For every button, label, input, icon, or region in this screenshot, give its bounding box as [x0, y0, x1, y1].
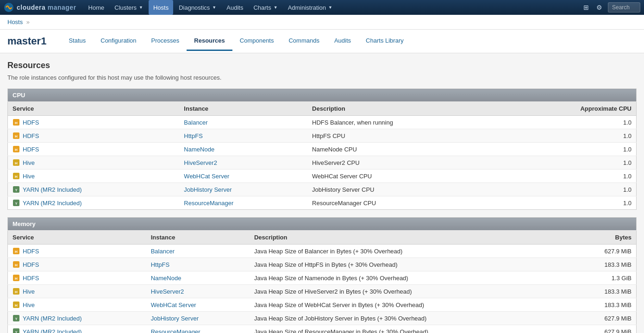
instance-cell: JobHistory Server [146, 312, 250, 325]
instance-link[interactable]: HiveServer2 [184, 159, 217, 166]
nav-administration[interactable]: Administration ▼ [283, 0, 337, 15]
settings-icon[interactable]: ⚙ [594, 2, 604, 13]
table-row: HHiveHiveServer2Java Heap Size of HiveSe… [8, 285, 637, 298]
service-link[interactable]: YARN (MR2 Included) [23, 200, 82, 207]
brand: cloudera manager [4, 2, 76, 13]
instance-link[interactable]: ResourceManager [151, 328, 200, 333]
memory-section-header: Memory [8, 218, 637, 231]
svg-text:H: H [15, 303, 18, 308]
service-link[interactable]: HDFS [23, 119, 39, 126]
service-link[interactable]: Hive [23, 302, 35, 308]
cpu-table: CPU Service Instance Description Approxi… [7, 88, 637, 210]
instance-cell: NameNode [146, 271, 250, 285]
nav-charts[interactable]: Charts ▼ [249, 0, 282, 15]
instance-cell: JobHistory Server [179, 183, 307, 196]
service-link[interactable]: HDFS [23, 132, 39, 139]
yarn-icon: Y [13, 314, 20, 322]
nav-diagnostics[interactable]: Diagnostics ▼ [174, 0, 221, 15]
hive-icon: H [13, 172, 20, 180]
tab-charts-library[interactable]: Charts Library [358, 31, 411, 51]
instance-link[interactable]: Balancer [184, 119, 207, 126]
value-cell: 183.3 MiB [572, 258, 636, 271]
service-link[interactable]: Hive [23, 173, 35, 180]
grid-icon[interactable]: ⊞ [581, 2, 591, 13]
instance-cell: HiveServer2 [146, 285, 250, 298]
service-link[interactable]: HDFS [23, 146, 39, 153]
service-cell: HHDFS [8, 271, 146, 285]
tab-audits[interactable]: Audits [327, 31, 358, 51]
table-row: HHDFSBalancerHDFS Balancer, when running… [8, 116, 637, 129]
table-row: YYARN (MR2 Included)JobHistory ServerJav… [8, 312, 637, 325]
svg-text:H: H [15, 161, 18, 165]
instance-link[interactable]: WebHCat Server [151, 302, 196, 308]
svg-text:Y: Y [15, 317, 18, 320]
nav-hosts[interactable]: Hosts [149, 0, 173, 15]
value-cell: 1.0 [504, 116, 637, 129]
memory-table: Memory Service Instance Description Byte… [7, 217, 637, 333]
tab-status[interactable]: Status [61, 31, 93, 51]
instance-link[interactable]: JobHistory Server [151, 315, 199, 322]
table-row: HHiveHiveServer2HiveServer2 CPU1.0 [8, 156, 637, 170]
service-link[interactable]: Hive [23, 288, 35, 295]
service-cell: HHDFS [8, 245, 146, 258]
value-cell: 183.3 MiB [572, 298, 636, 312]
nav-right: ⊞ ⚙ [581, 2, 640, 13]
service-link[interactable]: YARN (MR2 Included) [23, 315, 82, 322]
instance-cell: HiveServer2 [179, 156, 307, 170]
breadcrumb-hosts-link[interactable]: Hosts [7, 19, 23, 25]
nav-audits[interactable]: Audits [222, 0, 248, 15]
instance-link[interactable]: HiveServer2 [151, 288, 184, 295]
tab-resources[interactable]: Resources [187, 31, 232, 51]
service-link[interactable]: Hive [23, 159, 35, 166]
description-cell: Java Heap Size of HttpFS in Bytes (+ 30%… [250, 258, 572, 271]
instance-link[interactable]: WebHCat Server [184, 173, 229, 180]
host-header: master1 Status Configuration Processes R… [0, 30, 644, 53]
instance-link[interactable]: NameNode [184, 146, 214, 153]
description-cell: HiveServer2 CPU [307, 156, 504, 170]
service-link[interactable]: HDFS [23, 261, 39, 268]
tab-commands[interactable]: Commands [281, 31, 326, 51]
service-link[interactable]: YARN (MR2 Included) [23, 328, 82, 333]
tab-components[interactable]: Components [232, 31, 281, 51]
host-tabs: Status Configuration Processes Resources… [61, 31, 637, 51]
description-cell: Java Heap Size of HiveServer2 in Bytes (… [250, 285, 572, 298]
tab-configuration[interactable]: Configuration [93, 31, 144, 51]
instance-link[interactable]: Balancer [151, 248, 175, 255]
service-link[interactable]: HDFS [23, 275, 39, 282]
service-link[interactable]: YARN (MR2 Included) [23, 186, 82, 193]
nav-clusters[interactable]: Clusters ▼ [110, 0, 148, 15]
instance-link[interactable]: HttpFS [184, 132, 202, 139]
instance-link[interactable]: JobHistory Server [184, 186, 231, 193]
value-cell: 1.0 [504, 129, 637, 143]
instance-link[interactable]: NameNode [151, 275, 181, 282]
table-row: HHDFSNameNodeJava Heap Size of Namenode … [8, 271, 637, 285]
svg-text:H: H [15, 148, 18, 152]
instance-link[interactable]: ResourceManager [184, 200, 233, 207]
memory-col-bytes: Bytes [572, 231, 636, 245]
cpu-col-instance: Instance [179, 102, 307, 116]
memory-col-instance: Instance [146, 231, 250, 245]
instance-link[interactable]: HttpFS [151, 261, 169, 268]
service-cell: YYARN (MR2 Included) [8, 183, 180, 196]
search-input[interactable] [608, 2, 640, 13]
nav-items: Home Clusters ▼ Hosts Diagnostics ▼ Audi… [84, 0, 581, 15]
service-cell: YYARN (MR2 Included) [8, 312, 146, 325]
svg-text:H: H [15, 175, 18, 179]
hive-icon: H [13, 159, 20, 166]
tab-processes[interactable]: Processes [144, 31, 187, 51]
instance-cell: ResourceManager [179, 196, 307, 210]
yarn-icon: Y [13, 328, 20, 333]
nav-home[interactable]: Home [84, 0, 109, 15]
service-cell: HHDFS [8, 129, 180, 143]
value-cell: 1.0 [504, 183, 637, 196]
description-cell: Java Heap Size of ResourceManager in Byt… [250, 325, 572, 333]
instance-cell: HttpFS [146, 258, 250, 271]
service-link[interactable]: HDFS [23, 248, 39, 255]
instance-cell: HttpFS [179, 129, 307, 143]
hive-icon: H [13, 288, 20, 295]
breadcrumb: Hosts » [0, 15, 644, 30]
description-cell: Java Heap Size of JobHistory Server in B… [250, 312, 572, 325]
table-row: HHDFSHttpFSJava Heap Size of HttpFS in B… [8, 258, 637, 271]
value-cell: 1.0 [504, 156, 637, 170]
value-cell: 627.9 MiB [572, 245, 636, 258]
